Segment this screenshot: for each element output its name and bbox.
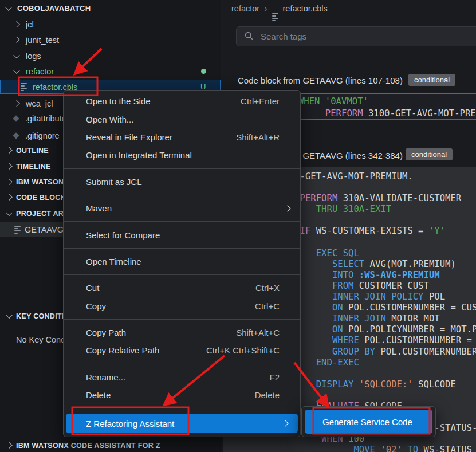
code-line: INNER JOIN MOTOR MOT	[278, 313, 476, 324]
code-token: ON	[332, 324, 348, 335]
code-line	[278, 368, 476, 379]
code-token: TO	[402, 445, 424, 452]
menu-item-label: Copy Path	[86, 328, 236, 337]
search-box	[236, 26, 476, 46]
menu-item-label: Copy Relative Path	[86, 345, 206, 355]
section-ibm-watsonx-for-z[interactable]: IBM WATSONX CODE ASSISTANT FOR Z	[0, 438, 221, 452]
search-input[interactable]	[236, 26, 476, 46]
code-token: 'SQLCODE:'	[359, 379, 413, 390]
code-token: WHEN	[298, 96, 325, 107]
code-token: POL.POLICYNUMBER = MOT.POL	[348, 324, 476, 335]
menu-item-delete[interactable]: DeleteDelete	[64, 386, 300, 404]
code-token: 'Y'	[429, 226, 445, 236]
chevron-down-icon	[5, 4, 11, 10]
code-line	[278, 182, 476, 193]
chevron-right-icon	[6, 178, 12, 184]
menu-item-open-in-integrated-terminal[interactable]: Open in Integrated Terminal	[64, 146, 300, 164]
code-token: INNER JOIN	[332, 313, 391, 324]
breadcrumb: refactor › refactor.cbls	[231, 0, 328, 17]
search-icon	[244, 31, 254, 44]
tree-item-refactor-label: refactor	[26, 67, 54, 76]
file-code-icon	[21, 83, 28, 91]
tree-item-wca-jcl-label: wca_jcl	[26, 99, 53, 108]
menu-item-submit-as-jcl[interactable]: Submit as JCL	[64, 173, 300, 191]
menu-item-label: Cut	[86, 283, 255, 293]
code-token: WS-STATUS	[424, 445, 473, 452]
breadcrumb-file[interactable]: refactor.cbls	[283, 4, 328, 13]
chevron-down-icon	[6, 312, 12, 318]
git-modified-dot-badge	[201, 69, 206, 74]
code-token: MOTOR MOT	[391, 313, 440, 324]
code-line: END-EXEC	[278, 357, 476, 368]
code-line	[278, 390, 476, 401]
code-line: WHERE POL.CUSTOMERNUMBER =	[278, 335, 476, 346]
code-line: MOVE '02' TO WS-STATUS	[278, 445, 476, 452]
menu-item-open-to-the-side[interactable]: Open to the SideCtrl+Enter	[64, 92, 300, 110]
git-file-icon	[13, 132, 19, 139]
git-file-icon	[13, 115, 19, 121]
menu-item-copy-path[interactable]: Copy PathShift+Alt+C	[64, 324, 300, 341]
menu-item-select-for-compare[interactable]: Select for Compare	[64, 226, 300, 243]
menu-item-label: Z Refactoring Assistant	[86, 419, 289, 429]
breadcrumb-folder[interactable]: refactor	[231, 4, 259, 13]
code-token: POL.CUSTOMERNUMBER	[380, 347, 476, 357]
submenu-popup: Generate Service Code	[301, 406, 436, 437]
menu-item-shortcut: Shift+Alt+C	[236, 328, 280, 337]
menu-item-copy[interactable]: CopyCtrl+C	[64, 297, 300, 315]
chevron-right-icon	[6, 194, 12, 200]
menu-separator	[64, 168, 300, 169]
code-line: INNER JOIN POLICY POL	[278, 292, 476, 302]
code-token: (MOT.PREMIUM)	[386, 259, 456, 269]
code-token: AVG	[370, 259, 386, 269]
code-token: EXEC SQL	[316, 248, 359, 258]
menu-item-shortcut: F2	[269, 372, 280, 382]
menu-item-label: Submit as JCL	[86, 177, 280, 187]
code-token: 310A-VALIDATE-CUSTOMER	[343, 193, 462, 203]
tree-item-refactor[interactable]: refactor	[0, 64, 221, 79]
menu-item-reveal-in-file-explorer[interactable]: Reveal in File ExplorerShift+Alt+R	[64, 128, 300, 146]
code-line: ON POL.POLICYNUMBER = MOT.POL	[278, 324, 476, 335]
code-token: POL.CUSTOMERNUMBER =	[364, 335, 472, 345]
menu-item-label: Maven	[86, 203, 280, 213]
submenu-arrow-icon	[284, 205, 290, 211]
menu-item-cut[interactable]: CutCtrl+X	[64, 279, 300, 297]
menu-separator	[64, 319, 300, 320]
code-token: END-EXEC	[316, 357, 359, 368]
explorer-root-coboljavabatch[interactable]: COBOLJAVABATCH	[0, 1, 221, 16]
menu-item-generate-service-code[interactable]: Generate Service Code	[305, 410, 432, 434]
code-token: WHERE	[332, 335, 364, 345]
menu-separator	[64, 195, 300, 195]
section-timeline-label: TIMELINE	[16, 163, 51, 171]
file-code-icon	[14, 226, 22, 234]
code-token: WS-CUSTOMER-EXISTS =	[316, 226, 429, 236]
menu-item-label: Rename...	[86, 372, 269, 382]
vscode-window: COBOLJAVABATCHjcljunit_testlogsrefactorr…	[0, 0, 476, 452]
chevron-right-icon: ›	[264, 3, 267, 14]
code-line: FROM CUSTOMER CUST	[278, 281, 476, 292]
tree-item-logs[interactable]: logs	[0, 48, 221, 64]
menu-item-open-timeline[interactable]: Open Timeline	[64, 253, 300, 270]
code-line: SELECT AVG(MOT.PREMIUM)	[278, 259, 476, 270]
menu-separator	[64, 408, 300, 408]
code-token: SELECT	[332, 259, 370, 269]
menu-item-open-with[interactable]: Open With...	[64, 110, 300, 128]
menu-item-rename[interactable]: Rename...F2	[64, 368, 300, 386]
code-token: PERFORM	[300, 193, 343, 203]
badge-conditional: conditional	[406, 148, 453, 160]
menu-item-maven[interactable]: Maven	[64, 199, 300, 217]
menu-separator	[64, 364, 300, 364]
chevron-down-icon	[13, 67, 19, 73]
chevron-right-icon	[13, 100, 19, 106]
menu-item-label: Open With...	[86, 115, 280, 124]
menu-item-label: Open Timeline	[86, 257, 280, 266]
menu-item-label: Delete	[86, 390, 255, 400]
code-line: 3100-GET-AVG-MOT-PREMIUM.	[278, 171, 476, 182]
chevron-right-icon	[6, 442, 12, 448]
tree-item-jcl[interactable]: jcl	[0, 17, 221, 32]
code-token: INNER JOIN POLICY	[332, 292, 429, 302]
menu-item-label: Copy	[86, 301, 255, 311]
tree-item-getaavg-label: GETAAVG	[25, 225, 64, 234]
tree-item-junit-test[interactable]: junit_test	[0, 32, 221, 48]
menu-item-copy-relative-path[interactable]: Copy Relative PathCtrl+K Ctrl+Shift+C	[64, 341, 300, 359]
menu-item-z-refactoring-assistant[interactable]: Z Refactoring Assistant	[66, 414, 298, 433]
